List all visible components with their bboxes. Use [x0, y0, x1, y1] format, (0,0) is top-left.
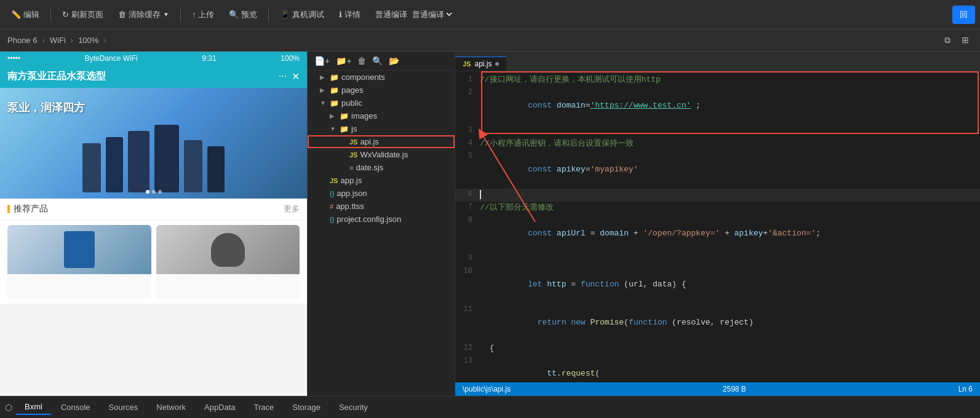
- js-icon-appjs: JS: [330, 177, 338, 184]
- search-icon[interactable]: 🔍: [370, 54, 384, 68]
- phone-screen: ••••• ByteDance WiFi 9:31 100% 南方泵业正品水泵选…: [0, 52, 307, 396]
- editor-statusbar: \public\js\api.js 2598 B Ln 6: [455, 382, 980, 396]
- code-line-5: 5 const apikey='myapikey': [455, 151, 980, 189]
- section-title-text: 推荐产品: [14, 203, 48, 215]
- code-content[interactable]: 1 //接口网址，请自行更换，本机测试可以使用http 2 const doma…: [455, 71, 980, 382]
- file-path: \public\js\api.js: [463, 385, 511, 393]
- edit-button[interactable]: ✏️ 编辑: [5, 7, 46, 23]
- phone-nav-title: 南方泵业正品水泵选型: [7, 70, 106, 83]
- pump-2: [106, 137, 123, 192]
- tree-item-images[interactable]: ▶ 📁 images: [308, 109, 455, 122]
- code-line-12: 12 {: [455, 342, 980, 355]
- dot-3: [158, 190, 162, 194]
- refresh-button[interactable]: ↻ 刷新页面: [56, 7, 110, 23]
- phone-nav-bar: 南方泵业正品水泵选型 ··· ✕: [0, 65, 307, 88]
- more-icon[interactable]: ···: [279, 71, 287, 82]
- tree-item-apijs[interactable]: ▶ JS api.js: [308, 135, 455, 148]
- tab-appdata[interactable]: AppData: [196, 400, 244, 414]
- banner-dots: [146, 190, 162, 194]
- product-shape-2: [211, 233, 245, 267]
- main-content: ••••• ByteDance WiFi 9:31 100% 南方泵业正品水泵选…: [0, 52, 980, 396]
- info-icon: ℹ: [339, 10, 342, 19]
- cursor-position: Ln 6: [958, 385, 973, 393]
- close-icon[interactable]: ✕: [292, 71, 300, 82]
- code-line-3: 3: [455, 125, 980, 138]
- tab-network[interactable]: Network: [148, 400, 194, 414]
- folder-icon-public: 📁: [330, 99, 339, 108]
- debug-icon: 📱: [280, 10, 290, 19]
- dot-1: [146, 190, 149, 194]
- section-header: 推荐产品 更多: [0, 199, 307, 220]
- new-folder-icon[interactable]: 📁+: [334, 54, 353, 68]
- tab-trace[interactable]: Trace: [245, 400, 283, 414]
- refresh-icon: ↻: [62, 10, 69, 19]
- toolbar-right-icons: ⧉ ⊞: [941, 34, 973, 47]
- divider-1: [50, 7, 51, 22]
- tree-item-appjs[interactable]: ▶ JS app.js: [308, 174, 455, 187]
- clear-button[interactable]: 🗑 清除缓存 ▼: [112, 7, 175, 23]
- tree-item-projectconfig[interactable]: ▶ {} project.config.json: [308, 213, 455, 226]
- debug-button[interactable]: 📱 真机调试: [274, 7, 330, 23]
- clear-icon: 🗑: [118, 10, 126, 19]
- file-tree-panel: 📄+ 📁+ 🗑 🔍 📂 ▶ 📁 components ▶ 📁 pages ▼ 📁…: [308, 52, 455, 396]
- code-line-9: 9: [455, 253, 980, 266]
- tree-arrow-public: ▼: [320, 100, 327, 106]
- section-more[interactable]: 更多: [284, 203, 300, 215]
- editor-tabs: JS api.js: [455, 52, 980, 71]
- upload-button[interactable]: ↑ 上传: [186, 7, 221, 23]
- product-grid: [0, 220, 307, 304]
- sjs-icon: ≡: [349, 164, 353, 172]
- device-wifi: WiFi: [50, 36, 66, 45]
- tree-item-pages[interactable]: ▶ 📁 pages: [308, 84, 455, 97]
- preview-icon: 🔍: [229, 10, 239, 19]
- new-file-icon[interactable]: 📄+: [313, 54, 332, 68]
- chevron-icon-1: ›: [42, 36, 44, 45]
- tab-console[interactable]: Console: [52, 400, 99, 414]
- product-card-2[interactable]: [156, 225, 300, 299]
- phone-preview-panel: ••••• ByteDance WiFi 9:31 100% 南方泵业正品水泵选…: [0, 52, 308, 396]
- tab-apijs[interactable]: JS api.js: [455, 57, 506, 71]
- phone-status-bar: ••••• ByteDance WiFi 9:31 100%: [0, 52, 307, 65]
- js-icon-apijs: JS: [349, 138, 357, 146]
- tab-bxml[interactable]: Bxml: [16, 400, 51, 415]
- tree-arrow-js: ▼: [330, 125, 337, 132]
- tree-item-js-folder[interactable]: ▼ 📁 js: [308, 122, 455, 135]
- preview-button[interactable]: 🔍 预览: [223, 7, 263, 23]
- grid-icon[interactable]: ⊞: [958, 34, 973, 47]
- tab-sources[interactable]: Sources: [100, 400, 147, 414]
- tab-js-icon: JS: [463, 60, 471, 68]
- code-line-6: 6: [455, 189, 980, 202]
- device-toolbar: Phone 6 › WiFi › 100% › ⧉ ⊞: [0, 30, 980, 52]
- bottom-tab-icon[interactable]: ⬡: [5, 403, 12, 412]
- tree-item-datesjs[interactable]: ▶ ≡ date.sjs: [308, 161, 455, 174]
- product-img-2: [156, 225, 300, 274]
- code-line-2: 2 const domain='https://www.test.cn' ;: [455, 87, 980, 125]
- tree-arrow-pages: ▶: [320, 87, 327, 93]
- delete-icon[interactable]: 🗑: [356, 54, 368, 68]
- pump-1: [82, 143, 101, 192]
- right-action-button[interactable]: 回: [952, 6, 975, 24]
- copy-icon[interactable]: ⧉: [941, 34, 954, 47]
- folder-open-icon[interactable]: 📂: [387, 54, 401, 68]
- code-line-8: 8 const apiUrl = domain + '/open/?appkey…: [455, 215, 980, 253]
- tab-storage[interactable]: Storage: [284, 400, 329, 414]
- product-card-1[interactable]: [7, 225, 151, 299]
- code-line-11: 11 return new Promise(function (resolve,…: [455, 304, 980, 342]
- tree-arrow-components: ▶: [320, 74, 327, 81]
- folder-icon-components: 📁: [330, 73, 339, 82]
- file-size: 2598 B: [723, 385, 746, 393]
- detail-button[interactable]: ℹ 详情: [333, 7, 367, 23]
- tab-security[interactable]: Security: [330, 400, 376, 414]
- compile-dropdown[interactable]: 普通编译: [410, 9, 454, 20]
- tree-item-public[interactable]: ▼ 📁 public: [308, 97, 455, 109]
- tree-item-appttss[interactable]: ▶ # app.ttss: [308, 200, 455, 213]
- phone-battery: 100%: [281, 54, 300, 63]
- bottom-tabs: ⬡ Bxml Console Sources Network AppData T…: [0, 396, 980, 418]
- device-phone: Phone 6: [7, 36, 37, 45]
- phone-time: 9:31: [202, 54, 216, 63]
- code-line-10: 10 let http = function (url, data) {: [455, 266, 980, 304]
- ttss-icon: #: [330, 203, 333, 210]
- tree-item-appjson[interactable]: ▶ {} app.json: [308, 187, 455, 200]
- tree-item-wxvalidate[interactable]: ▶ JS WxValidate.js: [308, 148, 455, 161]
- tree-item-components[interactable]: ▶ 📁 components: [308, 71, 455, 84]
